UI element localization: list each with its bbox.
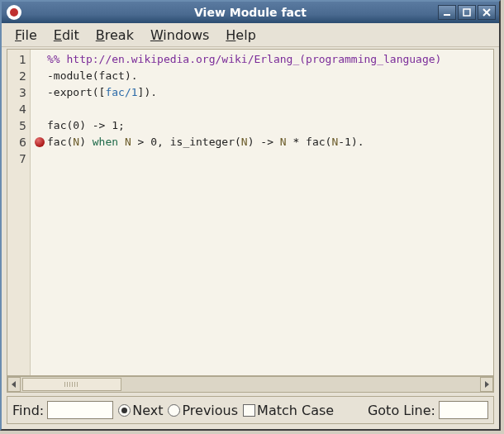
code-content[interactable]: %% http://en.wikipedia.org/wiki/Erlang_(… (31, 50, 493, 375)
menu-edit[interactable]: Edit (45, 25, 88, 45)
find-next-option[interactable]: Next (118, 403, 163, 418)
close-button[interactable] (478, 5, 496, 20)
scroll-track[interactable] (21, 377, 480, 392)
line-number[interactable]: 4 (7, 101, 30, 117)
menubar: File Edit Break Windows Help (2, 23, 499, 47)
goto-line-label: Goto Line: (368, 403, 435, 418)
horizontal-scrollbar[interactable] (7, 376, 494, 393)
find-previous-option[interactable]: Previous (168, 403, 238, 418)
code-line[interactable]: fac(0) -> 1; (47, 117, 493, 134)
code-line[interactable]: -export([fac/1]). (47, 84, 493, 101)
code-editor[interactable]: 1234567 %% http://en.wikipedia.org/wiki/… (7, 49, 494, 376)
menu-file[interactable]: File (7, 25, 45, 45)
minimize-button[interactable] (438, 5, 456, 20)
svg-rect-1 (464, 9, 470, 16)
code-line[interactable]: fac(N) when N > 0, is_integer(N) -> N * … (47, 134, 493, 150)
menu-windows[interactable]: Windows (142, 25, 217, 45)
code-line[interactable] (47, 101, 493, 117)
checkbox-matchcase-icon (243, 404, 255, 417)
line-number-gutter[interactable]: 1234567 (7, 50, 31, 375)
find-previous-label: Previous (182, 403, 238, 418)
line-number[interactable]: 3 (7, 84, 30, 101)
window-frame: View Module fact File Edit Break Windows… (0, 0, 501, 431)
line-number[interactable]: 1 (7, 51, 30, 68)
line-number[interactable]: 2 (7, 68, 30, 84)
window-controls (438, 5, 496, 20)
match-case-label: Match Case (257, 403, 334, 418)
goto-line-input[interactable] (439, 401, 488, 419)
titlebar: View Module fact (2, 2, 499, 23)
line-number[interactable]: 7 (7, 150, 30, 167)
radio-previous-icon (168, 404, 180, 417)
code-line[interactable]: -module(fact). (47, 68, 493, 84)
code-line[interactable]: %% http://en.wikipedia.org/wiki/Erlang_(… (47, 51, 493, 68)
find-input[interactable] (47, 401, 113, 419)
app-icon[interactable] (7, 5, 21, 20)
find-label: Find: (12, 403, 44, 418)
maximize-button[interactable] (458, 5, 476, 20)
svg-marker-4 (12, 381, 16, 388)
svg-marker-5 (485, 381, 489, 388)
scroll-right-arrow[interactable] (480, 377, 493, 392)
radio-next-icon (118, 404, 131, 417)
scroll-thumb[interactable] (22, 378, 121, 391)
breakpoint-icon[interactable] (35, 137, 45, 147)
menu-help[interactable]: Help (217, 25, 264, 45)
line-number[interactable]: 6 (7, 134, 30, 150)
scroll-left-arrow[interactable] (7, 377, 21, 392)
code-line[interactable] (47, 150, 493, 167)
menu-break[interactable]: Break (88, 25, 142, 45)
window-title: View Module fact (2, 6, 499, 19)
findbar: Find: Next Previous Match Case Goto Line… (7, 396, 494, 424)
match-case-option[interactable]: Match Case (243, 403, 334, 418)
find-next-label: Next (132, 403, 163, 418)
line-number[interactable]: 5 (7, 117, 30, 134)
